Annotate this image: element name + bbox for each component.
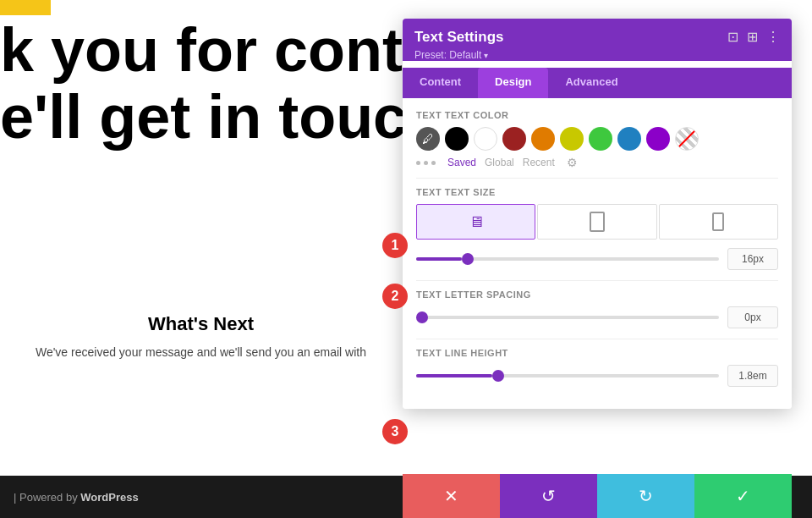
color-tab-labels: Saved Global Recent ⚙: [447, 156, 578, 169]
color-swatches-row: 🖊: [416, 127, 778, 151]
size-slider-fill: [416, 257, 462, 261]
color-settings-icon[interactable]: ⚙: [567, 156, 578, 169]
panel-title-row: Text Settings ⊡ ⊞ ⋮: [414, 29, 780, 46]
what-next-section: What's Next We've received your message …: [0, 313, 402, 361]
line-height-value[interactable]: [727, 365, 778, 387]
desktop-icon: 🖥: [469, 213, 484, 231]
panel-icons: ⊡ ⊞ ⋮: [727, 30, 780, 44]
bottom-toolbar: ✕ ↺ ↻ ✓: [403, 474, 792, 518]
tab-content[interactable]: Content: [403, 68, 478, 98]
letter-spacing-slider-track[interactable]: [416, 316, 719, 319]
mobile-icon: [712, 212, 724, 231]
preset-label: Preset: Default: [414, 49, 481, 61]
color-tab-global[interactable]: Global: [485, 157, 514, 168]
dot-1: [416, 161, 420, 165]
letter-spacing-value[interactable]: [727, 306, 778, 328]
hero-text: k you for cont e'll get in touc: [0, 17, 407, 151]
color-swatch-transparent[interactable]: [675, 127, 699, 151]
color-swatch-black[interactable]: [445, 127, 469, 151]
expand-icon[interactable]: ⊞: [747, 30, 758, 44]
line-height-label: Text Line Height: [416, 348, 778, 358]
device-tablet-btn[interactable]: [537, 204, 656, 240]
letter-spacing-slider-row: [416, 306, 778, 328]
size-slider-row: [416, 248, 778, 270]
line-height-thumb[interactable]: [492, 370, 504, 382]
footer-text: | Powered by WordPress: [14, 491, 139, 504]
tab-design[interactable]: Design: [478, 68, 548, 98]
color-swatch-red[interactable]: [502, 127, 526, 151]
what-next-body: We've received your message and we'll se…: [0, 344, 402, 361]
size-slider-track[interactable]: [416, 257, 719, 261]
tablet-icon: [590, 212, 605, 232]
cancel-button[interactable]: ✕: [403, 474, 500, 518]
tab-advanced[interactable]: Advanced: [548, 68, 634, 98]
save-button[interactable]: ✓: [694, 474, 792, 518]
more-options-icon[interactable]: ⋮: [766, 30, 780, 44]
eyedropper-swatch[interactable]: 🖊: [416, 127, 440, 151]
panel-title: Text Settings: [414, 29, 503, 46]
size-slider-thumb[interactable]: [462, 253, 474, 265]
color-swatch-green[interactable]: [589, 127, 612, 151]
line-height-slider-track[interactable]: [416, 374, 719, 377]
device-desktop-btn[interactable]: 🖥: [416, 204, 535, 240]
step-badge-1: 1: [382, 233, 408, 258]
color-tab-saved[interactable]: Saved: [447, 157, 476, 168]
color-tab-recent[interactable]: Recent: [523, 157, 555, 168]
color-swatch-purple[interactable]: [646, 127, 670, 151]
what-next-title: What's Next: [0, 313, 402, 335]
yellow-stripe: [0, 0, 51, 15]
letter-spacing-label: Text Letter Spacing: [416, 289, 778, 300]
step-badge-3: 3: [382, 419, 408, 444]
hero-line-2: e'll get in touc: [0, 84, 407, 151]
color-saved-row: Saved Global Recent ⚙: [416, 156, 778, 169]
step-badge-2: 2: [382, 284, 408, 309]
save-icon: ✓: [736, 486, 750, 506]
color-swatch-blue[interactable]: [617, 127, 641, 151]
minimize-icon[interactable]: ⊡: [727, 30, 738, 44]
device-mobile-btn[interactable]: [659, 204, 778, 240]
device-row: 🖥: [416, 204, 778, 240]
undo-icon: ↺: [541, 486, 556, 506]
hero-line-1: k you for cont: [0, 17, 407, 84]
line-height-slider-row: [416, 365, 778, 387]
divider-1: [416, 178, 778, 179]
panel-tabs: Content Design Advanced: [403, 68, 792, 98]
divider-2: [416, 280, 778, 281]
dot-2: [424, 161, 428, 165]
preset-row: Preset: Default ▾: [414, 49, 780, 61]
redo-icon: ↻: [639, 486, 653, 506]
preset-arrow-icon: ▾: [484, 51, 488, 60]
color-dots: [416, 161, 436, 165]
divider-3: [416, 339, 778, 339]
redo-button[interactable]: ↻: [597, 474, 694, 518]
settings-panel: Text Settings ⊡ ⊞ ⋮ Preset: Default ▾ Co…: [403, 19, 792, 409]
letter-spacing-thumb[interactable]: [416, 311, 428, 323]
color-swatch-yellow[interactable]: [560, 127, 584, 151]
color-swatch-white[interactable]: [474, 127, 497, 151]
size-section-label: Text Text Size: [416, 187, 778, 197]
color-section-label: Text Text Color: [416, 110, 778, 120]
panel-body: Text Text Color 🖊 Saved Global Recent: [403, 98, 792, 409]
size-slider-value[interactable]: [727, 248, 778, 270]
cancel-icon: ✕: [444, 486, 458, 506]
panel-header: Text Settings ⊡ ⊞ ⋮ Preset: Default ▾: [403, 19, 792, 61]
undo-button[interactable]: ↺: [500, 474, 597, 518]
line-height-fill: [416, 374, 492, 377]
color-swatch-orange[interactable]: [531, 127, 555, 151]
dot-3: [431, 161, 436, 165]
